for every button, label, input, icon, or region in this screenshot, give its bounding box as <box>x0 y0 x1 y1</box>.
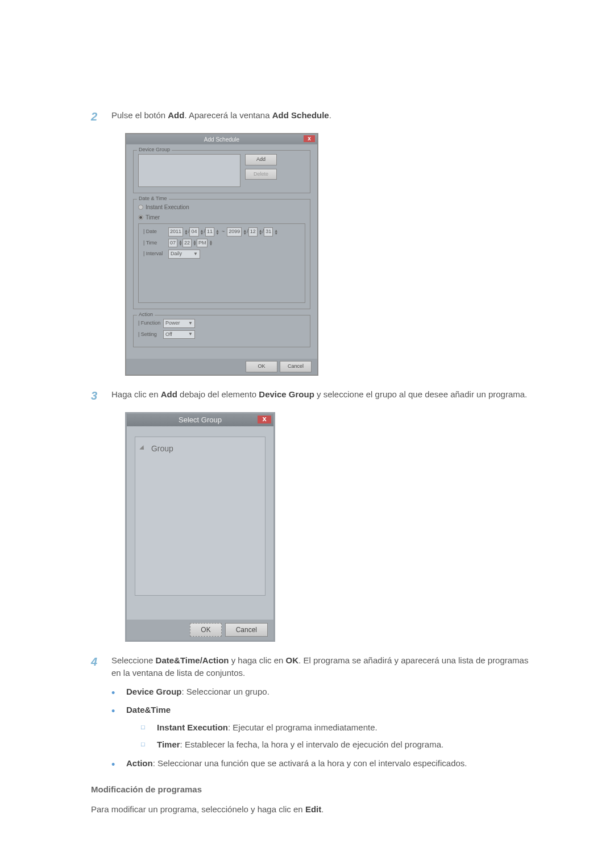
instant-label: Instant Execution <box>146 203 189 211</box>
setting-value: Off <box>165 331 172 339</box>
modify-text: Para modificar un programa, selecciónelo… <box>91 803 534 816</box>
sub-bullet-list: Instant Execution: Ejecutar el programa … <box>141 721 534 751</box>
step-text: Pulse el botón Add. Aparecerá la ventana… <box>111 108 331 125</box>
ampm-spinner[interactable]: PM <box>197 239 208 248</box>
text: y haga clic en <box>229 655 285 665</box>
ok-button[interactable]: OK <box>190 623 221 637</box>
time-label: | Time <box>143 239 168 247</box>
setting-row: | Setting Off ▼ <box>138 330 305 339</box>
text: Pulse el botón <box>111 110 168 120</box>
tree-label: Group <box>151 444 173 453</box>
year-end-spinner[interactable]: 2099 <box>227 227 242 236</box>
setting-label: | Setting <box>138 331 163 339</box>
stepper-icon[interactable]: ▲▼ <box>193 240 197 246</box>
stepper-icon[interactable]: ▲▼ <box>179 240 182 246</box>
interval-value: Daily <box>171 250 182 258</box>
device-group-label: Device Group <box>137 146 172 154</box>
sub-bullet-timer: Timer: Establecer la fecha, la hora y el… <box>141 738 534 751</box>
function-label: | Function <box>138 319 163 327</box>
dialog-body: Group <box>127 426 273 620</box>
step-text: Haga clic en Add debajo del elemento Dev… <box>111 387 527 404</box>
interval-row: | Interval Daily ▼ <box>143 250 300 259</box>
text: y seleccione el grupo al que desee añadi… <box>314 389 527 399</box>
stepper-icon[interactable]: ▲▼ <box>184 229 188 235</box>
stepper-icon[interactable]: ▲▼ <box>209 240 213 246</box>
month-start-spinner[interactable]: 04 <box>189 227 198 236</box>
modify-heading: Modificación de programas <box>91 783 534 796</box>
range-separator: ~ <box>222 228 225 236</box>
instant-execution-radio[interactable]: Instant Execution <box>138 203 305 211</box>
bold-label: Date&Time <box>126 705 171 715</box>
radio-icon <box>138 215 143 220</box>
month-end-spinner[interactable]: 12 <box>248 227 258 236</box>
add-schedule-figure: Add Schedule x Device Group Add Delete D… <box>125 133 534 376</box>
device-group-box: Device Group Add Delete <box>133 150 310 193</box>
timer-radio[interactable]: Timer <box>138 213 305 222</box>
device-group-list[interactable] <box>138 154 240 187</box>
interval-dropdown[interactable]: Daily ▼ <box>168 250 200 259</box>
date-time-box: Date & Time Instant Execution Timer | Da… <box>133 199 310 309</box>
text: . <box>329 110 331 120</box>
function-dropdown[interactable]: Power ▼ <box>163 319 195 328</box>
close-button[interactable]: x <box>258 416 271 423</box>
stepper-icon[interactable]: ▲▼ <box>259 229 263 235</box>
text: debajo del elemento <box>177 389 259 399</box>
step-4: 4 Seleccione Date&Time/Action y haga cli… <box>91 653 534 680</box>
dialog-body: Device Group Add Delete Date & Time Inst… <box>126 144 317 359</box>
step-2: 2 Pulse el botón Add. Aparecerá la venta… <box>91 108 534 125</box>
step-number: 2 <box>91 108 111 125</box>
add-button[interactable]: Add <box>245 154 277 165</box>
time-row: | Time 07▲▼ 22▲▼ PM▲▼ <box>143 239 300 248</box>
stepper-icon[interactable]: ▲▼ <box>200 229 204 235</box>
chevron-down-icon: ▼ <box>188 320 193 327</box>
minute-spinner[interactable]: 22 <box>182 239 192 248</box>
action-box: Action | Function Power ▼ | Setting Off … <box>133 315 310 347</box>
dialog-titlebar: Add Schedule x <box>126 134 317 144</box>
delete-button[interactable]: Delete <box>245 169 277 180</box>
chevron-down-icon: ▼ <box>188 331 193 338</box>
action-label: Action <box>137 311 155 319</box>
bold-add-schedule: Add Schedule <box>272 110 329 120</box>
stepper-icon[interactable]: ▲▼ <box>243 229 247 235</box>
bullet-action: Action: Seleccionar una función que se a… <box>111 757 534 770</box>
close-button[interactable]: x <box>304 135 315 142</box>
timer-panel: | Date 2011▲▼ / 04▲▼ / 11▲▼ ~ 2099▲▼ / 1… <box>138 223 305 303</box>
add-schedule-dialog: Add Schedule x Device Group Add Delete D… <box>125 133 318 376</box>
text: Para modificar un programa, selecciónelo… <box>91 804 305 814</box>
group-tree[interactable]: Group <box>135 437 265 596</box>
interval-label: | Interval <box>143 250 168 258</box>
day-start-spinner[interactable]: 11 <box>205 227 214 236</box>
bullet-list: Device Group: Seleccionar un grupo. Date… <box>111 686 534 770</box>
bold-add: Add <box>168 110 184 120</box>
bold-edit: Edit <box>305 804 321 814</box>
step-3: 3 Haga clic en Add debajo del elemento D… <box>91 387 534 404</box>
bold-label: Timer <box>157 740 180 749</box>
hour-spinner[interactable]: 07 <box>168 239 177 248</box>
stepper-icon[interactable]: ▲▼ <box>215 229 219 235</box>
text: : Establecer la fecha, la hora y el inte… <box>180 740 444 749</box>
bold-label: Device Group <box>126 687 182 696</box>
bold-ok: OK <box>286 655 299 665</box>
text: Seleccione <box>111 655 156 665</box>
tree-root-item[interactable]: Group <box>141 443 259 455</box>
bullet-device-group: Device Group: Seleccionar un grupo. <box>111 686 534 699</box>
day-end-spinner[interactable]: 31 <box>264 227 273 236</box>
dialog-footer: OK Cancel <box>126 359 317 375</box>
timer-label: Timer <box>146 213 160 222</box>
cancel-button[interactable]: Cancel <box>280 361 312 372</box>
ok-button[interactable]: OK <box>246 361 277 372</box>
bold-add: Add <box>161 389 177 399</box>
year-start-spinner[interactable]: 2011 <box>168 227 183 236</box>
function-value: Power <box>165 319 180 327</box>
radio-icon <box>138 205 143 210</box>
step-number: 3 <box>91 387 111 404</box>
dialog-titlebar: Select Group x <box>127 414 273 426</box>
stepper-icon[interactable]: ▲▼ <box>274 229 278 235</box>
step-text: Seleccione Date&Time/Action y haga clic … <box>111 653 534 680</box>
date-label: | Date <box>143 228 168 236</box>
cancel-button[interactable]: Cancel <box>225 623 268 637</box>
setting-dropdown[interactable]: Off ▼ <box>163 330 195 339</box>
function-row: | Function Power ▼ <box>138 319 305 328</box>
text: . <box>321 804 323 814</box>
select-group-figure: Select Group x Group OK Cancel <box>125 412 534 642</box>
